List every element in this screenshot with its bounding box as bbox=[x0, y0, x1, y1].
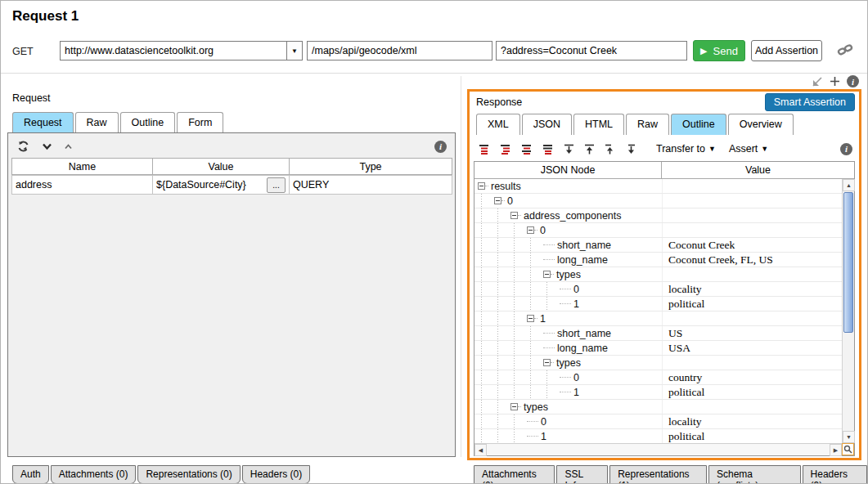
http-method-label: GET bbox=[12, 46, 34, 57]
collapse-toggle-icon[interactable] bbox=[494, 197, 501, 204]
collapse-toggle-icon[interactable] bbox=[543, 359, 551, 366]
scroll-to-top-icon[interactable] bbox=[583, 144, 596, 155]
response-bottom-tab-schema-conflicts[interactable]: Schema (conflicts) bbox=[708, 465, 801, 484]
tree-row[interactable]: types bbox=[474, 400, 842, 415]
column-header-name[interactable]: Name bbox=[11, 158, 153, 175]
request-bottom-tab-attachments-0[interactable]: Attachments (0) bbox=[51, 465, 137, 484]
tree-row[interactable]: 1political bbox=[474, 385, 842, 400]
response-bottom-tab-representations-1[interactable]: Representations (1) bbox=[609, 465, 707, 484]
tree-row[interactable]: long_nameCoconut Creek, FL, US bbox=[474, 253, 842, 267]
collapse-toggle-icon[interactable] bbox=[510, 403, 518, 410]
expand-one-level-icon[interactable] bbox=[478, 144, 491, 155]
tree-row[interactable]: 0 bbox=[474, 194, 842, 208]
tree-row[interactable]: long_nameUSA bbox=[474, 341, 842, 356]
scroll-to-bottom-icon[interactable] bbox=[563, 144, 575, 155]
scroll-down-button[interactable]: ▼ bbox=[843, 431, 855, 443]
collapse-toggle-icon[interactable] bbox=[527, 315, 534, 322]
response-tab-xml[interactable]: XML bbox=[476, 114, 520, 135]
tree-row[interactable]: short_nameCoconut Creek bbox=[474, 238, 842, 253]
tree-row[interactable]: 1political bbox=[474, 297, 842, 311]
column-header-value[interactable]: Value bbox=[152, 158, 290, 175]
info-icon[interactable]: i bbox=[434, 141, 447, 153]
request-tab-raw[interactable]: Raw bbox=[75, 112, 119, 133]
vertical-scroll-thumb[interactable] bbox=[843, 192, 853, 333]
response-tab-json[interactable]: JSON bbox=[522, 114, 572, 135]
column-header-type[interactable]: Type bbox=[289, 158, 452, 175]
smart-assertion-button[interactable]: Smart Assertion bbox=[765, 93, 855, 111]
tree-node-label: 1 bbox=[571, 387, 579, 398]
response-tab-outline[interactable]: Outline bbox=[671, 114, 726, 135]
collapse-all-icon[interactable] bbox=[542, 144, 555, 155]
horizontal-scrollbar[interactable]: ◀ ▶ bbox=[474, 443, 842, 455]
tree-row[interactable]: 1political bbox=[474, 429, 842, 443]
request-tab-form[interactable]: Form bbox=[177, 112, 223, 133]
response-bottom-tab-ssl-info[interactable]: SSL Info bbox=[556, 465, 608, 484]
previous-node-icon[interactable] bbox=[604, 144, 616, 155]
json-outline-table: JSON Node Value results0address_componen… bbox=[474, 161, 855, 456]
add-assertion-button[interactable]: Add Assertion bbox=[751, 40, 822, 61]
param-name-cell[interactable]: address bbox=[11, 175, 153, 195]
collapse-toggle-icon[interactable] bbox=[478, 182, 485, 190]
send-button[interactable]: ▶ Send bbox=[693, 40, 745, 61]
next-node-icon[interactable] bbox=[624, 144, 636, 155]
info-icon[interactable]: i bbox=[840, 143, 852, 155]
column-header-value[interactable]: Value bbox=[662, 162, 854, 178]
request-bottom-tab-representations-0[interactable]: Representations (0) bbox=[137, 465, 240, 484]
tree-guide-line bbox=[497, 415, 498, 428]
link-icon[interactable] bbox=[837, 43, 853, 57]
resource-path-input[interactable] bbox=[307, 41, 492, 60]
tree-guide-line bbox=[497, 341, 498, 355]
column-header-json-node[interactable]: JSON Node bbox=[474, 162, 662, 178]
chevron-down-icon[interactable]: ▼ bbox=[286, 42, 302, 60]
tree-node-value: political bbox=[662, 297, 842, 311]
response-tab-overview[interactable]: Overview bbox=[728, 114, 794, 135]
scroll-left-button[interactable]: ◀ bbox=[474, 444, 487, 456]
request-bottom-tab-auth[interactable]: Auth bbox=[12, 465, 49, 484]
request-tab-request[interactable]: Request bbox=[12, 112, 74, 133]
param-value-cell[interactable]: ${DataSource#City} ... bbox=[152, 175, 290, 195]
expand-two-levels-icon[interactable] bbox=[499, 144, 512, 155]
tree-row[interactable]: 0 bbox=[474, 223, 842, 238]
collapse-toggle-icon[interactable] bbox=[543, 271, 551, 278]
transfer-to-dropdown[interactable]: Transfer to ▼ bbox=[656, 143, 716, 155]
refresh-icon[interactable] bbox=[16, 140, 30, 153]
response-tab-raw[interactable]: Raw bbox=[626, 114, 669, 135]
request-bottom-tab-headers-0[interactable]: Headers (0) bbox=[242, 465, 310, 484]
tree-guide-line bbox=[481, 253, 482, 267]
scroll-right-button[interactable]: ▶ bbox=[830, 444, 842, 456]
resize-panel-icon[interactable] bbox=[812, 76, 823, 87]
chevron-down-icon[interactable] bbox=[42, 141, 52, 151]
request-tab-outline[interactable]: Outline bbox=[120, 112, 176, 133]
tree-guide-line bbox=[530, 238, 531, 252]
tree-guide-line bbox=[530, 326, 531, 340]
tree-row[interactable]: short_nameUS bbox=[474, 326, 842, 341]
tree-row[interactable]: results bbox=[474, 179, 842, 194]
query-params-input[interactable] bbox=[496, 41, 687, 60]
tree-row[interactable]: types bbox=[474, 356, 842, 370]
param-type-cell[interactable]: QUERY bbox=[289, 175, 452, 195]
response-tab-html[interactable]: HTML bbox=[573, 114, 624, 135]
response-bottom-tab-headers-9[interactable]: Headers (9) bbox=[803, 465, 867, 484]
edit-value-button[interactable]: ... bbox=[267, 177, 286, 193]
collapse-toggle-icon[interactable] bbox=[510, 212, 518, 219]
vertical-scrollbar[interactable]: ▲ ▼ bbox=[842, 179, 854, 443]
scroll-up-button[interactable]: ▲ bbox=[843, 179, 855, 191]
assert-dropdown[interactable]: Assert ▼ bbox=[729, 143, 768, 155]
collapse-toggle-icon[interactable] bbox=[527, 226, 534, 234]
expand-three-levels-icon[interactable] bbox=[520, 144, 533, 155]
endpoint-combo[interactable]: http://www.datasciencetoolkit.org ▼ bbox=[60, 41, 303, 60]
response-bottom-tab-attachments-0[interactable]: Attachments (0) bbox=[474, 465, 555, 484]
tree-row[interactable]: 0locality bbox=[474, 415, 842, 429]
tree-row[interactable]: 1 bbox=[474, 311, 842, 326]
chevron-up-icon[interactable] bbox=[64, 142, 73, 151]
tree-row[interactable]: 0country bbox=[474, 370, 842, 385]
panel-splitter[interactable] bbox=[461, 76, 461, 457]
add-panel-icon[interactable] bbox=[830, 76, 840, 87]
tree-guide-line bbox=[546, 370, 547, 384]
table-row[interactable]: address ${DataSource#City} ... QUERY bbox=[11, 175, 452, 195]
tree-row[interactable]: address_components bbox=[474, 208, 842, 223]
tree-row[interactable]: types bbox=[474, 267, 842, 282]
info-icon[interactable]: i bbox=[847, 75, 859, 87]
magnifier-icon[interactable] bbox=[842, 443, 854, 455]
tree-row[interactable]: 0locality bbox=[474, 282, 842, 297]
